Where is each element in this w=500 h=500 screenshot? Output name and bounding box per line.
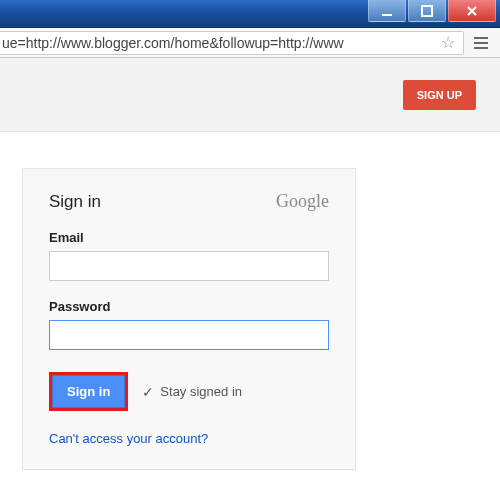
stay-signed-in-label: Stay signed in [160,384,242,399]
email-label: Email [49,230,329,245]
close-button[interactable] [448,0,496,22]
maximize-button[interactable] [408,0,446,22]
browser-menu-icon[interactable] [468,31,494,55]
password-label: Password [49,299,329,314]
page-content: Sign in Google Email Password Sign in ✓ … [0,132,500,470]
url-field[interactable]: ue=http://www.blogger.com/home&followup=… [0,31,464,55]
password-field[interactable] [49,320,329,350]
checkbox-checked-icon[interactable]: ✓ [142,384,154,400]
page-header: SIGN UP [0,58,500,132]
action-row: Sign in ✓ Stay signed in [49,372,329,411]
email-field[interactable] [49,251,329,281]
signin-box: Sign in Google Email Password Sign in ✓ … [22,168,356,470]
signin-title: Sign in [49,192,101,212]
signin-header: Sign in Google [49,191,329,212]
sign-up-button[interactable]: SIGN UP [403,80,476,110]
address-bar: ue=http://www.blogger.com/home&followup=… [0,28,500,58]
bookmark-star-icon[interactable]: ☆ [437,33,459,52]
window-titlebar [0,0,500,28]
account-help-link[interactable]: Can't access your account? [49,431,208,446]
google-logo: Google [276,191,329,212]
url-text: ue=http://www.blogger.com/home&followup=… [2,35,437,51]
svg-rect-0 [382,14,392,16]
stay-signed-in-row[interactable]: ✓ Stay signed in [142,384,242,400]
minimize-button[interactable] [368,0,406,22]
svg-rect-1 [422,6,432,16]
signin-highlight: Sign in [49,372,128,411]
window-controls [368,0,500,22]
sign-in-button[interactable]: Sign in [52,375,125,408]
